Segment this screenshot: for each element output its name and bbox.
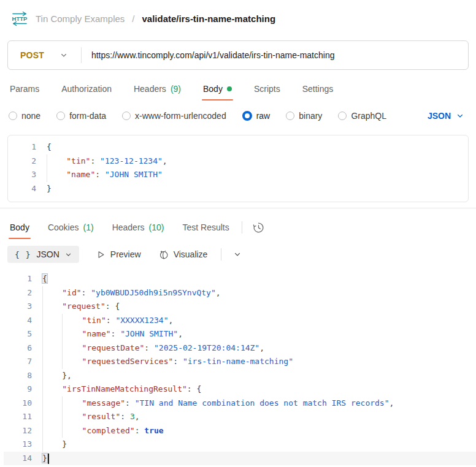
- token: "name": [82, 329, 111, 338]
- unsaved-changes-dot: [227, 86, 232, 91]
- token: "message": [82, 398, 125, 408]
- indent-guide: [62, 355, 82, 369]
- code-line: 9"irsTinNameMatchingResult": {: [4, 382, 476, 397]
- code-line: 8},: [4, 369, 476, 383]
- method-selector[interactable]: POST: [8, 50, 81, 60]
- tab-test-results[interactable]: Test Results: [181, 216, 230, 239]
- line-number: 12: [4, 424, 42, 438]
- request-body-editor[interactable]: 1{2"tin": "123-12-1234",3"name": "JOHN S…: [7, 135, 469, 202]
- code-line[interactable]: 2"tin": "123-12-1234",: [8, 154, 468, 169]
- token: "tin": [82, 316, 106, 325]
- token: :: [144, 343, 154, 352]
- token: :: [125, 398, 135, 408]
- radio-label: binary: [299, 111, 322, 121]
- tab-params[interactable]: Params: [9, 77, 40, 101]
- code-content: },: [42, 369, 72, 383]
- preview-label: Preview: [110, 249, 141, 259]
- url-input[interactable]: [82, 50, 468, 60]
- tab-count: (1): [83, 222, 94, 232]
- tab-label: Headers: [134, 84, 166, 94]
- indent-guide: [42, 410, 62, 424]
- tab-label: Body: [10, 222, 29, 232]
- line-number: 3: [4, 300, 42, 314]
- response-format-selector[interactable]: { } JSON: [7, 246, 79, 263]
- tab-label: Scripts: [254, 84, 280, 94]
- preview-button[interactable]: Preview: [96, 249, 141, 259]
- response-format-label: JSON: [36, 249, 59, 259]
- token: ,: [178, 329, 183, 338]
- code-content: {: [47, 140, 52, 154]
- breadcrumb-separator: /: [131, 13, 136, 24]
- tab-headers[interactable]: Headers(9): [132, 77, 182, 101]
- tab-label: Params: [10, 84, 39, 94]
- divider: [221, 248, 221, 260]
- indent-guide: [62, 327, 82, 341]
- body-type-none[interactable]: none: [9, 111, 40, 121]
- history-icon[interactable]: [252, 221, 265, 234]
- indent-guide: [42, 382, 62, 397]
- tab-cookies[interactable]: Cookies(1): [47, 216, 95, 239]
- line-number: 1: [8, 140, 47, 154]
- code-line[interactable]: 4}: [8, 182, 468, 196]
- more-options-chevron-icon[interactable]: [234, 251, 241, 258]
- response-tabs-row: BodyCookies(1)Headers(10)Test Results: [0, 216, 476, 239]
- line-number: 2: [4, 286, 42, 300]
- indent-guide: [42, 355, 62, 369]
- tab-headers[interactable]: Headers(10): [111, 216, 166, 239]
- line-number: 4: [4, 314, 42, 328]
- tab-settings[interactable]: Settings: [301, 77, 335, 101]
- code-content: "name": "JOHN SMITH": [47, 168, 163, 182]
- body-type-x-www-form-urlencoded[interactable]: x-www-form-urlencoded: [122, 111, 226, 121]
- token: "yb0WBUDJ50dh9i5n9SYnvQty": [91, 288, 216, 297]
- tab-body[interactable]: Body: [9, 216, 31, 239]
- token: "requestDate": [82, 343, 145, 352]
- token: :: [82, 288, 91, 297]
- token: "requestedServices": [82, 357, 174, 366]
- line-number: 1: [4, 272, 42, 286]
- indent-guide: [42, 286, 62, 300]
- line-number: 7: [4, 355, 42, 369]
- radio-icon: [122, 112, 131, 120]
- radio-icon: [242, 111, 252, 121]
- tab-label: Body: [203, 84, 223, 94]
- indent-guide: [62, 314, 82, 328]
- code-content: "tin": "XXXXX1234",: [42, 314, 173, 328]
- api-client-window: HTTP Tin Comply Examples / validate/irs-…: [0, 0, 476, 467]
- token: "result": [82, 412, 121, 421]
- body-language-selector[interactable]: JSON: [428, 111, 467, 121]
- token: "TIN and Name combination does not match…: [135, 398, 390, 408]
- braces-icon: { }: [15, 250, 31, 259]
- radio-icon: [286, 112, 294, 120]
- magic-wand-icon: [158, 249, 169, 260]
- method-label: POST: [20, 50, 44, 60]
- code-content: "requestDate": "2025-02-19T20:04:14Z",: [42, 341, 264, 355]
- body-type-raw[interactable]: raw: [242, 111, 271, 121]
- tab-scripts[interactable]: Scripts: [253, 77, 282, 101]
- line-number: 2: [8, 154, 47, 169]
- body-type-binary[interactable]: binary: [286, 111, 322, 121]
- token: :: [95, 170, 105, 179]
- tab-authorization[interactable]: Authorization: [60, 77, 113, 101]
- token: "JOHN SMITH": [105, 170, 163, 179]
- code-line[interactable]: 1{: [8, 140, 468, 154]
- token: "tin": [66, 156, 90, 165]
- body-type-form-data[interactable]: form-data: [56, 111, 106, 121]
- token: ,: [163, 156, 167, 165]
- visualize-button[interactable]: Visualize: [158, 249, 208, 260]
- visualize-label: Visualize: [174, 249, 208, 259]
- tab-count: (9): [171, 84, 181, 94]
- tab-count: (10): [149, 222, 164, 232]
- indent-guide: [42, 369, 62, 383]
- token: :: [90, 156, 100, 165]
- radio-label: none: [21, 111, 40, 121]
- token: {: [47, 142, 52, 151]
- code-line[interactable]: 3"name": "JOHN SMITH": [8, 168, 468, 182]
- token: "irsTinNameMatchingResult": [62, 384, 187, 393]
- radio-label: GraphQL: [351, 111, 386, 121]
- chevron-down-icon: [456, 112, 464, 120]
- tab-body[interactable]: Body: [202, 77, 233, 101]
- body-type-graphql[interactable]: GraphQL: [338, 111, 386, 121]
- tab-label: Test Results: [182, 222, 229, 232]
- breadcrumb-collection[interactable]: Tin Comply Examples: [36, 13, 125, 24]
- code-line: 13}: [4, 438, 476, 452]
